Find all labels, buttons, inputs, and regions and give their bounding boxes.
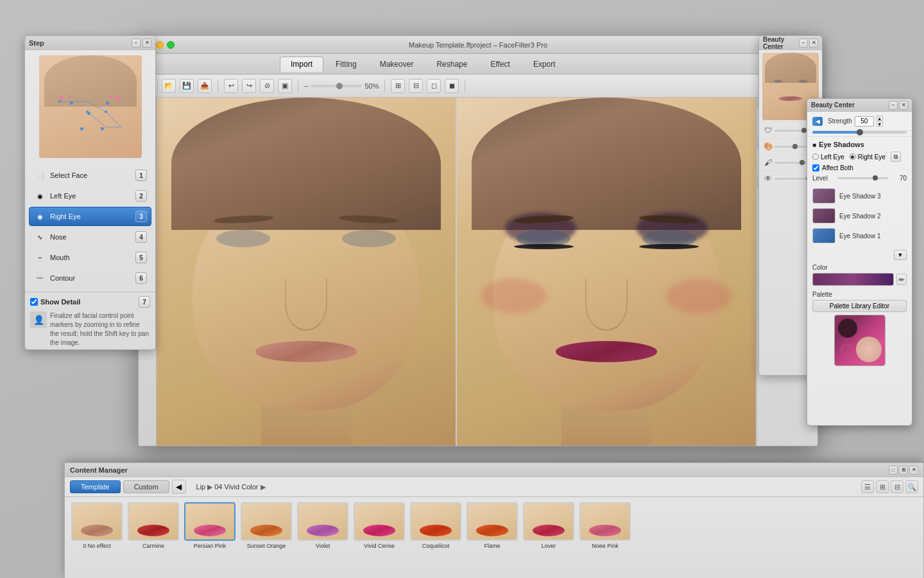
bc-tool-eye[interactable]: 👁: [762, 172, 774, 185]
breadcrumb-sep2: ▶: [261, 483, 266, 491]
affect-both-checkbox[interactable]: [812, 164, 819, 171]
color-section: Color ✏: [807, 261, 912, 288]
cm-search[interactable]: 🔍: [905, 480, 918, 493]
color-swatch[interactable]: [812, 273, 894, 286]
step-num-5: 5: [135, 252, 147, 263]
toolbar-undo-btn[interactable]: ↩: [224, 79, 238, 93]
level-slider[interactable]: [837, 177, 888, 179]
cm-label-persian: Persian Pink: [194, 543, 227, 549]
step-nose[interactable]: ∿ Nose 4: [29, 227, 151, 247]
bcd-strength-input[interactable]: [855, 116, 874, 127]
svg-point-2: [105, 110, 107, 113]
before-face-panel: [157, 98, 456, 446]
window-title: Makeup Template.ffproject – FaceFilter3 …: [409, 41, 547, 49]
scroll-btn[interactable]: ▼: [894, 250, 907, 260]
eye-shadow-item-3[interactable]: Eye Shadow 3: [812, 186, 907, 206]
cm-item-flame[interactable]: Flame: [466, 502, 518, 549]
step-right-eye[interactable]: ◉ Right Eye 3: [29, 207, 151, 226]
step-panel-title-bar: Step − ✕: [25, 36, 155, 50]
left-eye-option[interactable]: Left Eye: [812, 153, 844, 161]
left-eye-label: Left Eye: [821, 153, 844, 161]
toolbar-select-btn[interactable]: ▣: [278, 79, 292, 93]
tab-import[interactable]: Import: [280, 57, 323, 72]
toolbar-export-btn[interactable]: 📤: [198, 79, 212, 93]
bcd-minimize[interactable]: −: [889, 101, 898, 110]
step-panel-minimize[interactable]: −: [132, 39, 141, 48]
cm-label-0: 0 No effect: [83, 543, 110, 549]
cm-label-orange: Sunset Orange: [247, 543, 286, 549]
bc-close[interactable]: ✕: [809, 39, 818, 48]
cm-grid-view[interactable]: ⊞: [876, 480, 889, 493]
left-eye-radio[interactable]: [812, 153, 819, 160]
cm-minimize[interactable]: □: [889, 466, 898, 475]
step-select-face[interactable]: ⬜ Select Face 1: [29, 166, 151, 185]
step-left-eye[interactable]: ◉ Left Eye 2: [29, 186, 151, 206]
eye-shadow-preview-2: [812, 208, 835, 223]
view-btn-2[interactable]: ⊟: [409, 79, 423, 93]
cm-close[interactable]: ✕: [909, 466, 918, 475]
eye-shadow-item-1[interactable]: Eye Shadow 1: [812, 226, 907, 246]
cm-item-cerise[interactable]: Vivid Cerise: [354, 502, 405, 549]
cm-list-view[interactable]: ☰: [861, 480, 874, 493]
cm-item-violet[interactable]: Violet: [297, 502, 348, 549]
cm-thumb-lover: [523, 502, 574, 541]
color-picker-btn[interactable]: ✏: [896, 274, 907, 285]
cm-detail-view[interactable]: ⊟: [891, 480, 903, 493]
toolbar-open-btn[interactable]: 📂: [162, 79, 176, 93]
zoom-minus[interactable]: −: [304, 82, 308, 90]
cm-nav-back[interactable]: ◀: [172, 480, 186, 494]
face-preview: [39, 55, 142, 158]
bc-tool-color[interactable]: 🎨: [762, 140, 774, 153]
contour-icon: 〰: [33, 273, 46, 283]
color-row: ✏: [812, 273, 907, 286]
strength-down[interactable]: ▼: [877, 121, 883, 127]
cm-maximize[interactable]: ⊞: [899, 466, 908, 475]
toolbar-save-btn[interactable]: 💾: [180, 79, 194, 93]
maximize-button[interactable]: [167, 41, 175, 49]
bcd-back-btn[interactable]: ◀: [812, 117, 823, 126]
palette-preview[interactable]: C: [834, 315, 886, 366]
tab-effect[interactable]: Effect: [479, 57, 520, 72]
cm-item-neoe[interactable]: Noee Pink: [579, 502, 631, 549]
tab-fitting[interactable]: Fitting: [325, 57, 368, 72]
cm-item-orange[interactable]: Sunset Orange: [241, 502, 292, 549]
view-btn-4[interactable]: ◼: [445, 79, 459, 93]
toolbar-redo-btn[interactable]: ↪: [242, 79, 256, 93]
cm-item-persian[interactable]: Persian Pink: [184, 502, 235, 549]
view-btn-1[interactable]: ⊞: [391, 79, 405, 93]
step-contour[interactable]: 〰 Contour 6: [29, 268, 151, 288]
cm-item-carmine[interactable]: Carmine: [128, 502, 179, 549]
zoom-slider[interactable]: [311, 85, 362, 87]
step-footer-text: Finalize all facial control point marker…: [50, 311, 150, 347]
cm-tab-template[interactable]: Template: [70, 480, 121, 493]
strength-up[interactable]: ▲: [877, 116, 883, 121]
eye-shadow-item-2[interactable]: Eye Shadow 2: [812, 206, 907, 226]
breadcrumb-vivid: 04 Vivid Color: [214, 483, 258, 491]
right-eye-icon: ◉: [33, 211, 46, 222]
step-panel-close[interactable]: ✕: [142, 39, 151, 48]
copy-btn[interactable]: ⧉: [891, 152, 901, 162]
cm-item-coq[interactable]: Coquelicot: [410, 502, 461, 549]
cm-tab-custom[interactable]: Custom: [123, 480, 169, 493]
show-detail-checkbox[interactable]: [30, 298, 38, 306]
bc-minimize[interactable]: −: [799, 39, 808, 48]
palette-lib-btn[interactable]: Palette Library Editor: [812, 300, 907, 312]
right-eye-radio[interactable]: [850, 153, 856, 160]
svg-point-4: [110, 96, 112, 98]
bc-title: Beauty Center: [763, 36, 799, 50]
eye-shadow-label-3: Eye Shadow 3: [839, 193, 881, 200]
minimize-button[interactable]: [156, 41, 164, 49]
tab-makeover[interactable]: Makeover: [369, 57, 425, 72]
view-btn-3[interactable]: ◻: [427, 79, 441, 93]
cm-item-lover[interactable]: Lover: [523, 502, 574, 549]
bc-tool-brush[interactable]: 🖌: [762, 156, 774, 169]
step-mouth[interactable]: ⌣ Mouth 5: [29, 248, 151, 267]
right-eye-option[interactable]: Right Eye: [850, 153, 886, 161]
toolbar-clear-btn[interactable]: ⊘: [260, 79, 274, 93]
strength-slider[interactable]: [812, 131, 907, 134]
bcd-close[interactable]: ✕: [899, 101, 908, 110]
tab-reshape[interactable]: Reshape: [425, 57, 478, 72]
cm-item-0[interactable]: 0 No effect: [71, 502, 123, 549]
bc-tool-skin[interactable]: 🛡: [762, 124, 774, 137]
tab-export[interactable]: Export: [522, 57, 567, 72]
